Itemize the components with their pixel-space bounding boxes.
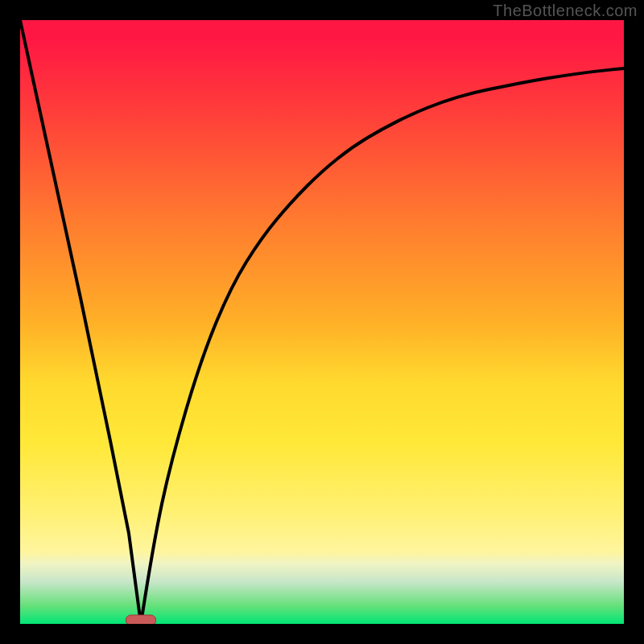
plot-area <box>20 20 624 624</box>
curve-path <box>20 20 624 624</box>
watermark-text: TheBottleneck.com <box>493 2 638 20</box>
minimum-marker <box>126 615 156 624</box>
chart-frame: TheBottleneck.com <box>0 0 644 644</box>
bottleneck-curve <box>20 20 624 624</box>
